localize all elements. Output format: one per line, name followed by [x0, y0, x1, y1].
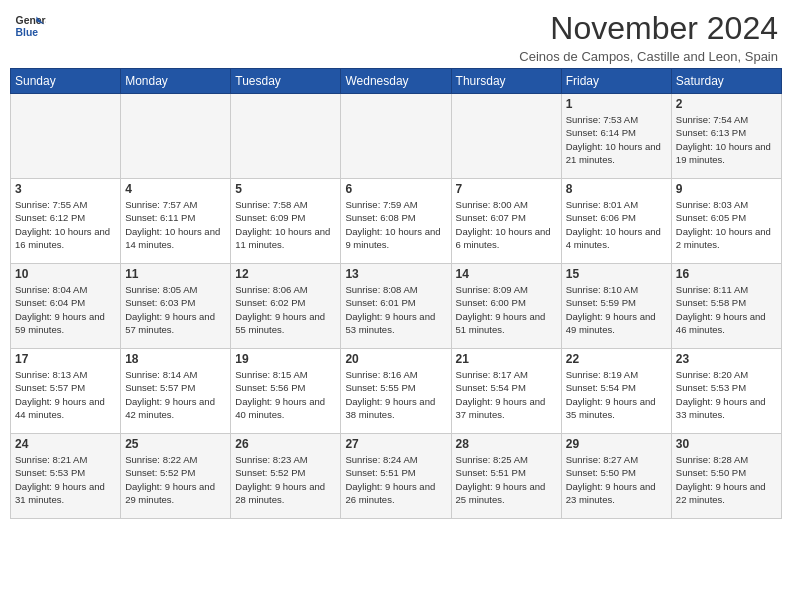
day-number: 4 — [125, 182, 226, 196]
day-info: Sunrise: 7:53 AM Sunset: 6:14 PM Dayligh… — [566, 113, 667, 166]
day-number: 2 — [676, 97, 777, 111]
calendar-cell — [121, 94, 231, 179]
day-info: Sunrise: 8:05 AM Sunset: 6:03 PM Dayligh… — [125, 283, 226, 336]
month-title: November 2024 — [519, 10, 778, 47]
calendar-cell: 4Sunrise: 7:57 AM Sunset: 6:11 PM Daylig… — [121, 179, 231, 264]
day-number: 22 — [566, 352, 667, 366]
day-info: Sunrise: 8:23 AM Sunset: 5:52 PM Dayligh… — [235, 453, 336, 506]
calendar-cell — [341, 94, 451, 179]
calendar-cell: 3Sunrise: 7:55 AM Sunset: 6:12 PM Daylig… — [11, 179, 121, 264]
day-info: Sunrise: 8:25 AM Sunset: 5:51 PM Dayligh… — [456, 453, 557, 506]
day-info: Sunrise: 8:08 AM Sunset: 6:01 PM Dayligh… — [345, 283, 446, 336]
day-info: Sunrise: 8:20 AM Sunset: 5:53 PM Dayligh… — [676, 368, 777, 421]
day-number: 28 — [456, 437, 557, 451]
calendar-cell: 18Sunrise: 8:14 AM Sunset: 5:57 PM Dayli… — [121, 349, 231, 434]
calendar-cell: 10Sunrise: 8:04 AM Sunset: 6:04 PM Dayli… — [11, 264, 121, 349]
day-info: Sunrise: 8:14 AM Sunset: 5:57 PM Dayligh… — [125, 368, 226, 421]
day-number: 13 — [345, 267, 446, 281]
weekday-header: Thursday — [451, 69, 561, 94]
calendar-table: SundayMondayTuesdayWednesdayThursdayFrid… — [10, 68, 782, 519]
day-info: Sunrise: 8:22 AM Sunset: 5:52 PM Dayligh… — [125, 453, 226, 506]
day-number: 24 — [15, 437, 116, 451]
day-number: 15 — [566, 267, 667, 281]
day-number: 16 — [676, 267, 777, 281]
calendar-cell: 19Sunrise: 8:15 AM Sunset: 5:56 PM Dayli… — [231, 349, 341, 434]
day-info: Sunrise: 8:13 AM Sunset: 5:57 PM Dayligh… — [15, 368, 116, 421]
day-number: 11 — [125, 267, 226, 281]
calendar-cell: 11Sunrise: 8:05 AM Sunset: 6:03 PM Dayli… — [121, 264, 231, 349]
day-number: 6 — [345, 182, 446, 196]
calendar-cell: 25Sunrise: 8:22 AM Sunset: 5:52 PM Dayli… — [121, 434, 231, 519]
weekday-header: Saturday — [671, 69, 781, 94]
location-subtitle: Ceinos de Campos, Castille and Leon, Spa… — [519, 49, 778, 64]
day-number: 8 — [566, 182, 667, 196]
calendar-cell: 9Sunrise: 8:03 AM Sunset: 6:05 PM Daylig… — [671, 179, 781, 264]
calendar-cell: 5Sunrise: 7:58 AM Sunset: 6:09 PM Daylig… — [231, 179, 341, 264]
calendar-cell — [11, 94, 121, 179]
calendar-week-row: 17Sunrise: 8:13 AM Sunset: 5:57 PM Dayli… — [11, 349, 782, 434]
calendar-cell — [451, 94, 561, 179]
day-info: Sunrise: 8:01 AM Sunset: 6:06 PM Dayligh… — [566, 198, 667, 251]
day-number: 3 — [15, 182, 116, 196]
day-number: 27 — [345, 437, 446, 451]
day-number: 21 — [456, 352, 557, 366]
day-info: Sunrise: 7:54 AM Sunset: 6:13 PM Dayligh… — [676, 113, 777, 166]
weekday-header-row: SundayMondayTuesdayWednesdayThursdayFrid… — [11, 69, 782, 94]
weekday-header: Friday — [561, 69, 671, 94]
calendar-cell: 6Sunrise: 7:59 AM Sunset: 6:08 PM Daylig… — [341, 179, 451, 264]
day-info: Sunrise: 8:17 AM Sunset: 5:54 PM Dayligh… — [456, 368, 557, 421]
calendar-cell: 22Sunrise: 8:19 AM Sunset: 5:54 PM Dayli… — [561, 349, 671, 434]
day-info: Sunrise: 7:59 AM Sunset: 6:08 PM Dayligh… — [345, 198, 446, 251]
weekday-header: Wednesday — [341, 69, 451, 94]
day-info: Sunrise: 7:57 AM Sunset: 6:11 PM Dayligh… — [125, 198, 226, 251]
calendar-cell: 23Sunrise: 8:20 AM Sunset: 5:53 PM Dayli… — [671, 349, 781, 434]
calendar-cell: 27Sunrise: 8:24 AM Sunset: 5:51 PM Dayli… — [341, 434, 451, 519]
calendar-cell: 29Sunrise: 8:27 AM Sunset: 5:50 PM Dayli… — [561, 434, 671, 519]
day-info: Sunrise: 8:04 AM Sunset: 6:04 PM Dayligh… — [15, 283, 116, 336]
weekday-header: Monday — [121, 69, 231, 94]
day-number: 26 — [235, 437, 336, 451]
day-number: 25 — [125, 437, 226, 451]
calendar-cell: 26Sunrise: 8:23 AM Sunset: 5:52 PM Dayli… — [231, 434, 341, 519]
calendar-cell: 16Sunrise: 8:11 AM Sunset: 5:58 PM Dayli… — [671, 264, 781, 349]
day-number: 9 — [676, 182, 777, 196]
day-info: Sunrise: 8:28 AM Sunset: 5:50 PM Dayligh… — [676, 453, 777, 506]
calendar-cell: 20Sunrise: 8:16 AM Sunset: 5:55 PM Dayli… — [341, 349, 451, 434]
day-number: 19 — [235, 352, 336, 366]
day-number: 17 — [15, 352, 116, 366]
day-info: Sunrise: 8:16 AM Sunset: 5:55 PM Dayligh… — [345, 368, 446, 421]
calendar-cell: 14Sunrise: 8:09 AM Sunset: 6:00 PM Dayli… — [451, 264, 561, 349]
calendar-cell: 13Sunrise: 8:08 AM Sunset: 6:01 PM Dayli… — [341, 264, 451, 349]
calendar-cell: 17Sunrise: 8:13 AM Sunset: 5:57 PM Dayli… — [11, 349, 121, 434]
calendar-cell — [231, 94, 341, 179]
weekday-header: Sunday — [11, 69, 121, 94]
day-number: 29 — [566, 437, 667, 451]
day-info: Sunrise: 8:06 AM Sunset: 6:02 PM Dayligh… — [235, 283, 336, 336]
svg-text:Blue: Blue — [16, 27, 39, 38]
calendar-cell: 28Sunrise: 8:25 AM Sunset: 5:51 PM Dayli… — [451, 434, 561, 519]
calendar-week-row: 3Sunrise: 7:55 AM Sunset: 6:12 PM Daylig… — [11, 179, 782, 264]
calendar-week-row: 10Sunrise: 8:04 AM Sunset: 6:04 PM Dayli… — [11, 264, 782, 349]
calendar-cell: 15Sunrise: 8:10 AM Sunset: 5:59 PM Dayli… — [561, 264, 671, 349]
weekday-header: Tuesday — [231, 69, 341, 94]
day-info: Sunrise: 8:27 AM Sunset: 5:50 PM Dayligh… — [566, 453, 667, 506]
day-number: 14 — [456, 267, 557, 281]
calendar-cell: 21Sunrise: 8:17 AM Sunset: 5:54 PM Dayli… — [451, 349, 561, 434]
day-info: Sunrise: 8:21 AM Sunset: 5:53 PM Dayligh… — [15, 453, 116, 506]
day-info: Sunrise: 8:15 AM Sunset: 5:56 PM Dayligh… — [235, 368, 336, 421]
logo-icon: General Blue — [14, 10, 46, 42]
day-number: 23 — [676, 352, 777, 366]
page-header: General Blue November 2024 Ceinos de Cam… — [10, 10, 782, 64]
day-number: 10 — [15, 267, 116, 281]
day-info: Sunrise: 8:11 AM Sunset: 5:58 PM Dayligh… — [676, 283, 777, 336]
calendar-cell: 2Sunrise: 7:54 AM Sunset: 6:13 PM Daylig… — [671, 94, 781, 179]
day-number: 30 — [676, 437, 777, 451]
day-info: Sunrise: 7:55 AM Sunset: 6:12 PM Dayligh… — [15, 198, 116, 251]
calendar-week-row: 24Sunrise: 8:21 AM Sunset: 5:53 PM Dayli… — [11, 434, 782, 519]
calendar-cell: 24Sunrise: 8:21 AM Sunset: 5:53 PM Dayli… — [11, 434, 121, 519]
day-info: Sunrise: 8:00 AM Sunset: 6:07 PM Dayligh… — [456, 198, 557, 251]
day-info: Sunrise: 7:58 AM Sunset: 6:09 PM Dayligh… — [235, 198, 336, 251]
logo: General Blue — [14, 10, 46, 42]
calendar-cell: 1Sunrise: 7:53 AM Sunset: 6:14 PM Daylig… — [561, 94, 671, 179]
calendar-cell: 30Sunrise: 8:28 AM Sunset: 5:50 PM Dayli… — [671, 434, 781, 519]
